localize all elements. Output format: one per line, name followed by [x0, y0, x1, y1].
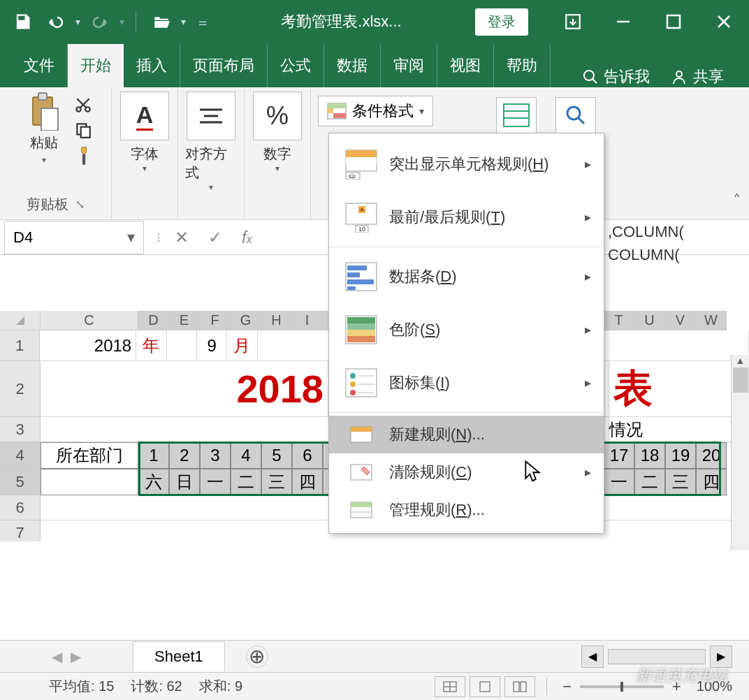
format-painter-button[interactable]: [74, 146, 92, 167]
cut-button[interactable]: [74, 96, 92, 114]
name-box[interactable]: D4▾: [4, 221, 144, 254]
page-break-view-button[interactable]: [504, 676, 535, 697]
menu-clear-rules[interactable]: 清除规则(C) ▸: [329, 453, 604, 491]
menu-top-bottom-rules[interactable]: 10 最前/最后规则(T) ▸: [329, 191, 604, 244]
watermark: 新语英充电站: [636, 665, 728, 686]
quick-access-toolbar: ▾ ▾ ▾ ⚌: [8, 8, 208, 36]
submenu-arrow-icon: ▸: [585, 375, 591, 391]
svg-rect-13: [82, 154, 85, 165]
tell-me-search[interactable]: 告诉我: [583, 66, 650, 87]
svg-point-5: [676, 71, 682, 77]
conditional-formatting-menu: ≤≥ 突出显示单元格规则(H) ▸ 10 最前/最后规则(T) ▸ 数据条(D)…: [328, 133, 604, 534]
redo-button[interactable]: [86, 8, 114, 36]
tab-help[interactable]: 帮助: [494, 44, 551, 87]
save-button[interactable]: [8, 8, 36, 36]
submenu-arrow-icon: ▸: [585, 465, 591, 480]
col-header[interactable]: F: [200, 311, 231, 330]
login-button[interactable]: 登录: [475, 8, 528, 36]
vertical-scrollbar[interactable]: ▲: [731, 355, 749, 550]
minimize-button[interactable]: [606, 5, 640, 38]
clear-rules-icon: [342, 462, 381, 482]
tab-page-layout[interactable]: 页面布局: [180, 44, 268, 87]
svg-rect-38: [347, 279, 374, 284]
tab-home[interactable]: 开始: [68, 44, 124, 87]
maximize-button[interactable]: [657, 5, 690, 38]
svg-rect-61: [480, 682, 490, 692]
svg-line-4: [592, 79, 597, 83]
svg-point-24: [567, 107, 580, 119]
alignment-group[interactable]: 对齐方式▾: [178, 87, 245, 219]
conditional-formatting-button[interactable]: 条件格式 ▾: [318, 96, 433, 126]
editing-tile-icon[interactable]: [555, 97, 596, 133]
row-header[interactable]: 1: [0, 330, 40, 361]
sheet-tab[interactable]: Sheet1: [133, 641, 225, 671]
page-layout-view-button[interactable]: [470, 676, 500, 697]
vertical-scrollbar-thumb[interactable]: [733, 367, 748, 393]
tab-file[interactable]: 文件: [11, 44, 68, 87]
add-sheet-button[interactable]: ⊕: [246, 646, 268, 668]
conditional-formatting-icon: [327, 103, 347, 119]
menu-highlight-rules[interactable]: ≤≥ 突出显示单元格规则(H) ▸: [329, 138, 604, 191]
svg-rect-37: [347, 272, 360, 277]
close-button[interactable]: [707, 5, 741, 38]
number-group[interactable]: % 数字▾: [245, 87, 311, 219]
clipboard-launcher[interactable]: ⤡: [75, 198, 85, 211]
person-icon: [671, 68, 688, 85]
copy-button[interactable]: [74, 121, 92, 139]
col-header[interactable]: H: [261, 311, 292, 330]
share-button[interactable]: 共享: [671, 66, 724, 87]
color-scales-icon: [342, 312, 381, 348]
menu-manage-rules[interactable]: 管理规则(R)...: [329, 491, 604, 529]
open-button[interactable]: [147, 8, 175, 36]
row-header[interactable]: 3: [0, 417, 41, 442]
row-header[interactable]: 4: [0, 442, 41, 469]
collapse-ribbon-button[interactable]: ˄: [733, 192, 741, 210]
tab-formulas[interactable]: 公式: [268, 44, 324, 87]
col-header[interactable]: G: [231, 311, 261, 330]
enter-button[interactable]: ✓: [208, 228, 222, 247]
menu-data-bars[interactable]: 数据条(D) ▸: [329, 250, 604, 303]
col-header[interactable]: T: [604, 311, 634, 330]
hscroll-left-button[interactable]: ◀: [581, 646, 604, 668]
tab-insert[interactable]: 插入: [124, 44, 180, 87]
cells-tile-icon[interactable]: [496, 97, 537, 133]
formula-partial: ,COLUMN(COLUMN(: [608, 220, 684, 266]
align-tile-icon: [187, 92, 235, 140]
col-header[interactable]: C: [41, 311, 138, 330]
menu-icon-sets[interactable]: 图标集(I) ▸: [329, 356, 604, 409]
hscroll-right-button[interactable]: ▶: [710, 646, 732, 668]
sheet-nav-buttons[interactable]: ◀▶: [0, 648, 133, 665]
tab-review[interactable]: 审阅: [381, 44, 437, 87]
row-header[interactable]: 2: [0, 361, 41, 417]
col-header[interactable]: I: [292, 311, 323, 330]
col-header[interactable]: E: [169, 311, 200, 330]
col-header[interactable]: W: [696, 311, 727, 330]
select-all-triangle[interactable]: [0, 311, 41, 330]
menu-color-scales[interactable]: 色阶(S) ▸: [329, 303, 604, 356]
svg-rect-44: [347, 336, 375, 342]
undo-button[interactable]: [42, 8, 70, 36]
zoom-out-button[interactable]: −: [562, 678, 572, 696]
svg-rect-20: [333, 113, 346, 118]
font-group[interactable]: A 字体▾: [112, 87, 178, 219]
row-header[interactable]: 5: [0, 469, 41, 495]
tab-data[interactable]: 数据: [324, 44, 381, 87]
cancel-button[interactable]: ✕: [175, 228, 189, 247]
paste-button[interactable]: 粘贴 ▾: [20, 92, 68, 167]
ribbon-display-button[interactable]: [556, 5, 590, 38]
row-header[interactable]: 7: [0, 520, 41, 541]
svg-rect-28: [346, 157, 377, 164]
svg-rect-63: [521, 682, 526, 692]
clipboard-icon: [27, 92, 61, 131]
hscroll-track[interactable]: [608, 649, 706, 664]
menu-new-rule[interactable]: 新建规则(N)...: [329, 416, 604, 453]
col-header[interactable]: D: [138, 311, 169, 330]
normal-view-button[interactable]: [435, 676, 465, 697]
row-header[interactable]: 6: [0, 495, 41, 520]
col-header[interactable]: V: [665, 311, 696, 330]
fx-icon[interactable]: fx: [242, 228, 252, 247]
horizontal-scrollbar[interactable]: ◀ ▶: [581, 646, 749, 668]
tab-view[interactable]: 视图: [437, 44, 494, 87]
col-header[interactable]: U: [634, 311, 665, 330]
svg-point-48: [350, 390, 356, 395]
